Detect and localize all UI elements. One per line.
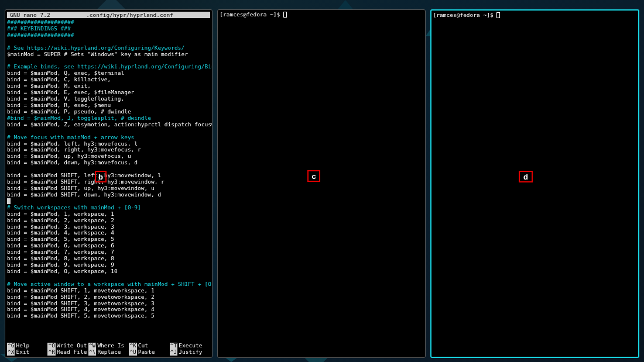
shortcut-key: ^R — [47, 349, 55, 356]
nano-shortcut-bar: ^GHelp^OWrite Out^WWhere Is^KCut^TExecut… — [7, 343, 210, 356]
code-line: #################### — [7, 32, 210, 39]
shortcut-key: ^U — [129, 349, 136, 356]
code-line: $mainMod = SUPER # Sets "Windows" key as… — [7, 51, 210, 58]
terminal-1-nano[interactable]: GNU nano 7.2 .config/hypr/hyprland.conf … — [5, 9, 213, 358]
nano-filepath: .config/hypr/hyprland.conf — [86, 12, 173, 18]
shortcut-key: ^J — [170, 349, 177, 356]
shell-prompt[interactable]: [ramces@fedora ~]$ — [433, 12, 636, 19]
shortcut-label: Exit — [16, 349, 29, 356]
line-continuation-icon — [7, 198, 11, 204]
nano-shortcut: ^\Replace — [88, 349, 129, 356]
shortcut-label: Read File — [57, 349, 87, 356]
terminal-3-focused[interactable]: [ramces@fedora ~]$ — [430, 9, 639, 358]
code-line: bind = $mainMod SHIFT, 5, movetoworkspac… — [7, 313, 210, 319]
nano-editor-content[interactable]: ####################### KEYBINDINGS ####… — [7, 18, 210, 319]
code-line: bind = $mainMod, down, hy3:movefocus, d — [7, 160, 210, 166]
nano-shortcut: ^RRead File — [47, 349, 88, 356]
overlay-label-c: c — [307, 170, 320, 182]
nano-shortcut: ^UPaste — [129, 349, 169, 356]
nano-header-bar: GNU nano 7.2 .config/hypr/hyprland.conf — [7, 12, 210, 18]
code-line: bind = $mainMod, Z, easymotion, action:h… — [7, 122, 210, 128]
code-line: bind = $mainMod SHIFT, down, hy3:movewin… — [7, 192, 210, 198]
shortcut-label: Paste — [138, 349, 155, 356]
shortcut-label: Replace — [97, 349, 121, 356]
shell-prompt[interactable]: [ramces@fedora ~]$ — [220, 12, 423, 18]
terminal-2[interactable]: [ramces@fedora ~]$ — [217, 9, 425, 358]
nano-shortcut: ^JJustify — [170, 349, 210, 356]
shortcut-label: Justify — [179, 349, 202, 356]
overlay-label-b: b — [95, 171, 107, 182]
cursor-icon — [496, 12, 500, 18]
overlay-label-d: d — [519, 171, 533, 182]
cursor-icon — [283, 12, 287, 18]
code-line: bind = $mainMod, 0, workspace, 10 — [7, 268, 210, 275]
nano-shortcut: ^XExit — [7, 349, 47, 356]
shortcut-key: ^X — [7, 349, 15, 356]
shortcut-key: ^\ — [88, 349, 96, 356]
nano-version: GNU nano 7.2 — [10, 12, 50, 18]
